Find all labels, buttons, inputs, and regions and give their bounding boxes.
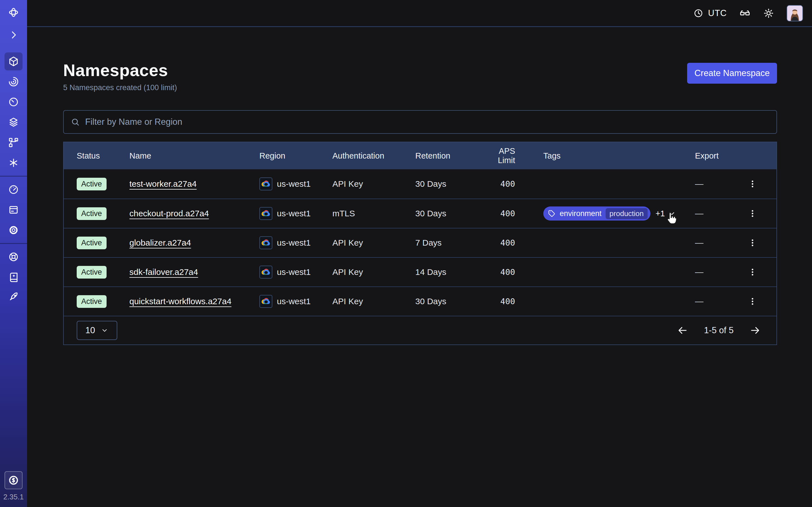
rocket-icon: [8, 292, 19, 303]
branch-icon: [8, 137, 19, 148]
labs-glasses-button[interactable]: [739, 8, 751, 19]
row-menu-button[interactable]: [745, 206, 760, 221]
clock-icon: [693, 8, 703, 18]
tag-icon: [548, 210, 556, 217]
avatar-image: [787, 6, 802, 21]
column-header-status: Status: [77, 151, 130, 161]
namespace-link[interactable]: test-worker.a27a4: [130, 179, 197, 189]
next-page-button[interactable]: [749, 325, 761, 336]
row-menu-button[interactable]: [745, 235, 760, 250]
tag-pill[interactable]: environmentproduction: [543, 207, 651, 221]
region-label: us-west1: [277, 238, 311, 247]
page-title: Namespaces: [63, 61, 177, 80]
tags-more-count: +1: [656, 209, 665, 218]
retention-cell: 30 Days: [415, 179, 480, 189]
status-cell: Active: [77, 237, 130, 249]
export-value: —: [695, 297, 703, 306]
namespace-link[interactable]: checkout-prod.a27a4: [130, 209, 209, 218]
export-cell: —: [695, 238, 745, 247]
export-cell: —: [695, 297, 745, 306]
aps-limit-cell: 400: [480, 238, 543, 247]
region-label: us-west1: [277, 297, 311, 306]
name-cell: quickstart-workflows.a27a4: [130, 297, 259, 306]
app-version: 2.35.1: [3, 493, 24, 501]
sidebar-item-nexus[interactable]: [4, 133, 22, 152]
user-avatar[interactable]: [786, 5, 803, 21]
sidebar-item-support[interactable]: [4, 248, 22, 266]
chevron-right-icon: [8, 29, 19, 41]
temporal-logo-icon: [8, 7, 19, 18]
gcp-cloud-icon: [259, 295, 272, 308]
timezone-label: UTC: [708, 8, 727, 18]
timezone-selector[interactable]: UTC: [693, 8, 727, 18]
authentication-cell: mTLS: [333, 209, 415, 218]
status-badge: Active: [77, 237, 107, 249]
sidebar-item-billing[interactable]: [4, 201, 22, 219]
retention-cell: 7 Days: [415, 238, 480, 247]
sidebar-item-usage[interactable]: [4, 180, 22, 199]
tags-cell: environmentproduction+1: [543, 207, 695, 221]
table-row: Active test-worker.a27a4 us-west1 API Ke…: [64, 169, 776, 199]
export-value: —: [695, 267, 703, 277]
page-header: Namespaces 5 Namespaces created (100 lim…: [63, 61, 777, 92]
authentication-cell: API Key: [333, 238, 415, 247]
column-header-authentication: Authentication: [333, 151, 415, 161]
region-cell: us-west1: [259, 207, 333, 220]
region-label: us-west1: [277, 209, 311, 218]
sidebar-item-deployments[interactable]: [4, 113, 22, 131]
namespace-link[interactable]: globalizer.a27a4: [130, 238, 191, 247]
namespaces-page: { "topbar": { "timezone": "UTC" }, "side…: [0, 0, 812, 507]
chevron-down-icon: [101, 327, 109, 334]
create-namespace-button[interactable]: Create Namespace: [687, 63, 777, 83]
credits-button[interactable]: [4, 471, 22, 489]
row-menu-button[interactable]: [745, 294, 760, 309]
column-header-tags: Tags: [543, 151, 695, 161]
browser-card-icon: [8, 204, 19, 216]
status-cell: Active: [77, 266, 130, 279]
previous-page-button[interactable]: [677, 325, 688, 336]
theme-toggle-button[interactable]: [763, 8, 774, 19]
namespace-link[interactable]: sdk-failover.a27a4: [130, 267, 198, 277]
gcp-cloud-icon: [259, 236, 272, 249]
row-menu-button[interactable]: [745, 177, 760, 191]
status-badge: Active: [77, 207, 107, 220]
sidebar-item-schedules[interactable]: [4, 93, 22, 111]
export-value: —: [695, 209, 703, 218]
region-label: us-west1: [277, 179, 311, 189]
sidebar-item-workflows[interactable]: [4, 73, 22, 91]
namespace-link[interactable]: quickstart-workflows.a27a4: [130, 297, 232, 306]
name-cell: sdk-failover.a27a4: [130, 267, 259, 277]
sidebar-expand[interactable]: [4, 26, 22, 44]
region-cell: us-west1: [259, 266, 333, 279]
aps-limit-cell: 400: [480, 267, 543, 277]
retention-cell: 30 Days: [415, 209, 480, 218]
spiral-icon: [8, 76, 19, 87]
sidebar-divider: [0, 176, 27, 177]
sidebar-item-getting-started[interactable]: [4, 288, 22, 306]
sidebar: 2.35.1: [0, 0, 27, 507]
tags-expand-button[interactable]: +1: [656, 209, 676, 218]
name-cell: globalizer.a27a4: [130, 238, 259, 247]
row-menu-button[interactable]: [745, 265, 760, 279]
table-row: Active quickstart-workflows.a27a4 us-wes…: [64, 286, 776, 316]
region-cell: us-west1: [259, 177, 333, 190]
table-row: Active checkout-prod.a27a4 us-west1 mTLS…: [64, 199, 776, 228]
asterisk-icon: [8, 157, 19, 168]
sidebar-item-namespaces[interactable]: [4, 52, 22, 70]
sidebar-item-batch-operations[interactable]: [4, 154, 22, 172]
status-badge: Active: [77, 295, 107, 308]
chevron-down-icon: [668, 209, 676, 218]
sidebar-item-settings[interactable]: [4, 221, 22, 239]
table-row: Active globalizer.a27a4 us-west1 API Key…: [64, 228, 776, 257]
page-size-select[interactable]: 10: [77, 321, 117, 340]
region-cell: us-west1: [259, 295, 333, 308]
table-footer: 10 1-5 of 5: [64, 316, 776, 344]
row-actions-cell: [745, 206, 776, 221]
status-cell: Active: [77, 207, 130, 220]
filter-input[interactable]: [85, 117, 770, 127]
row-actions-cell: [745, 235, 776, 250]
sidebar-nav: [0, 0, 27, 307]
sidebar-divider: [0, 243, 27, 244]
column-header-retention: Retention: [415, 151, 480, 161]
sidebar-item-docs[interactable]: [4, 268, 22, 286]
